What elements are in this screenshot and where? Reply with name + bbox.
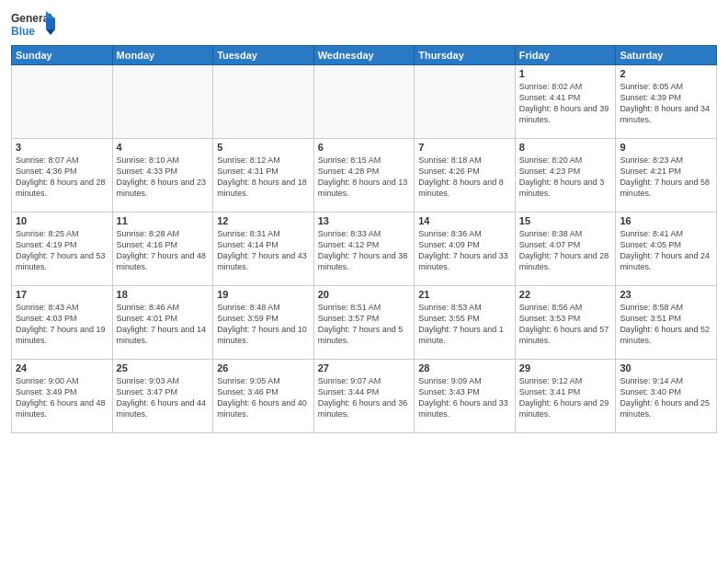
day-number: 17	[16, 289, 108, 300]
weekday-header-thursday: Thursday	[415, 46, 516, 65]
day-info: Sunrise: 8:15 AM Sunset: 4:28 PM Dayligh…	[318, 155, 411, 200]
day-info: Sunrise: 8:18 AM Sunset: 4:26 PM Dayligh…	[418, 155, 511, 200]
day-info: Sunrise: 8:36 AM Sunset: 4:09 PM Dayligh…	[418, 228, 511, 273]
day-info: Sunrise: 8:25 AM Sunset: 4:19 PM Dayligh…	[16, 228, 108, 273]
calendar-cell: 28Sunrise: 9:09 AM Sunset: 3:43 PM Dayli…	[415, 360, 516, 433]
day-info: Sunrise: 8:28 AM Sunset: 4:16 PM Dayligh…	[117, 228, 210, 273]
day-number: 11	[117, 215, 210, 226]
calendar-cell: 21Sunrise: 8:53 AM Sunset: 3:55 PM Dayli…	[415, 286, 516, 360]
day-number: 28	[418, 362, 511, 373]
day-info: Sunrise: 8:48 AM Sunset: 3:59 PM Dayligh…	[217, 302, 310, 347]
svg-marker-4	[46, 29, 55, 35]
day-info: Sunrise: 9:07 AM Sunset: 3:44 PM Dayligh…	[318, 375, 411, 420]
day-number: 9	[620, 142, 712, 153]
day-number: 10	[16, 215, 108, 226]
day-number: 3	[16, 142, 108, 153]
weekday-header-tuesday: Tuesday	[213, 46, 314, 65]
day-number: 30	[620, 362, 712, 373]
day-info: Sunrise: 9:14 AM Sunset: 3:40 PM Dayligh…	[620, 375, 712, 420]
calendar-cell: 29Sunrise: 9:12 AM Sunset: 3:41 PM Dayli…	[515, 360, 616, 433]
calendar-cell: 17Sunrise: 8:43 AM Sunset: 4:03 PM Dayli…	[12, 286, 113, 360]
day-number: 23	[620, 289, 712, 300]
calendar-cell	[112, 65, 213, 139]
calendar-cell: 19Sunrise: 8:48 AM Sunset: 3:59 PM Dayli…	[213, 286, 314, 360]
day-number: 4	[117, 142, 210, 153]
day-number: 18	[117, 289, 210, 300]
day-number: 14	[418, 215, 511, 226]
calendar-cell	[12, 65, 113, 139]
day-info: Sunrise: 8:20 AM Sunset: 4:23 PM Dayligh…	[519, 155, 612, 200]
svg-text:Blue: Blue	[11, 25, 35, 38]
week-row-1: 1Sunrise: 8:02 AM Sunset: 4:41 PM Daylig…	[12, 65, 717, 139]
day-info: Sunrise: 8:10 AM Sunset: 4:33 PM Dayligh…	[117, 155, 210, 200]
day-info: Sunrise: 9:12 AM Sunset: 3:41 PM Dayligh…	[519, 375, 612, 420]
day-number: 1	[519, 68, 612, 79]
day-number: 16	[620, 215, 712, 226]
calendar-cell: 10Sunrise: 8:25 AM Sunset: 4:19 PM Dayli…	[12, 213, 113, 286]
calendar-cell: 8Sunrise: 8:20 AM Sunset: 4:23 PM Daylig…	[515, 139, 616, 213]
day-info: Sunrise: 9:00 AM Sunset: 3:49 PM Dayligh…	[16, 375, 108, 420]
calendar-cell: 20Sunrise: 8:51 AM Sunset: 3:57 PM Dayli…	[313, 286, 415, 360]
day-info: Sunrise: 9:05 AM Sunset: 3:46 PM Dayligh…	[217, 375, 310, 420]
weekday-header-wednesday: Wednesday	[313, 46, 415, 65]
day-info: Sunrise: 8:38 AM Sunset: 4:07 PM Dayligh…	[519, 228, 612, 273]
day-number: 26	[217, 362, 310, 373]
svg-marker-3	[46, 18, 55, 29]
calendar-cell	[313, 65, 415, 139]
day-info: Sunrise: 8:53 AM Sunset: 3:55 PM Dayligh…	[418, 302, 511, 347]
day-number: 15	[519, 215, 612, 226]
calendar-cell: 16Sunrise: 8:41 AM Sunset: 4:05 PM Dayli…	[616, 213, 717, 286]
day-number: 29	[519, 362, 612, 373]
calendar-table: SundayMondayTuesdayWednesdayThursdayFrid…	[11, 45, 717, 433]
day-info: Sunrise: 8:58 AM Sunset: 3:51 PM Dayligh…	[620, 302, 712, 347]
day-info: Sunrise: 8:46 AM Sunset: 4:01 PM Dayligh…	[117, 302, 210, 347]
day-info: Sunrise: 8:31 AM Sunset: 4:14 PM Dayligh…	[217, 228, 310, 273]
day-info: Sunrise: 8:05 AM Sunset: 4:39 PM Dayligh…	[620, 81, 712, 126]
calendar-cell: 6Sunrise: 8:15 AM Sunset: 4:28 PM Daylig…	[313, 139, 415, 213]
day-info: Sunrise: 8:02 AM Sunset: 4:41 PM Dayligh…	[519, 81, 612, 126]
calendar-cell: 12Sunrise: 8:31 AM Sunset: 4:14 PM Dayli…	[213, 213, 314, 286]
calendar-cell: 27Sunrise: 9:07 AM Sunset: 3:44 PM Dayli…	[313, 360, 415, 433]
calendar-cell	[213, 65, 314, 139]
day-number: 21	[418, 289, 511, 300]
day-number: 12	[217, 215, 310, 226]
calendar-cell: 14Sunrise: 8:36 AM Sunset: 4:09 PM Dayli…	[415, 213, 516, 286]
day-info: Sunrise: 8:07 AM Sunset: 4:36 PM Dayligh…	[16, 155, 108, 200]
week-row-4: 17Sunrise: 8:43 AM Sunset: 4:03 PM Dayli…	[12, 286, 717, 360]
day-info: Sunrise: 8:41 AM Sunset: 4:05 PM Dayligh…	[620, 228, 712, 273]
day-number: 2	[620, 68, 712, 79]
calendar-cell: 30Sunrise: 9:14 AM Sunset: 3:40 PM Dayli…	[616, 360, 717, 433]
calendar-cell: 4Sunrise: 8:10 AM Sunset: 4:33 PM Daylig…	[112, 139, 213, 213]
calendar-cell: 3Sunrise: 8:07 AM Sunset: 4:36 PM Daylig…	[12, 139, 113, 213]
weekday-header-friday: Friday	[515, 46, 616, 65]
day-info: Sunrise: 8:43 AM Sunset: 4:03 PM Dayligh…	[16, 302, 108, 347]
calendar-cell: 22Sunrise: 8:56 AM Sunset: 3:53 PM Dayli…	[515, 286, 616, 360]
calendar-cell: 24Sunrise: 9:00 AM Sunset: 3:49 PM Dayli…	[12, 360, 113, 433]
day-info: Sunrise: 9:03 AM Sunset: 3:47 PM Dayligh…	[117, 375, 210, 420]
day-number: 13	[318, 215, 411, 226]
svg-text:General: General	[11, 12, 52, 25]
day-number: 5	[217, 142, 310, 153]
day-info: Sunrise: 8:51 AM Sunset: 3:57 PM Dayligh…	[318, 302, 411, 347]
day-number: 24	[16, 362, 108, 373]
day-number: 25	[117, 362, 210, 373]
week-row-3: 10Sunrise: 8:25 AM Sunset: 4:19 PM Dayli…	[12, 213, 717, 286]
day-number: 20	[318, 289, 411, 300]
day-number: 6	[318, 142, 411, 153]
day-number: 7	[418, 142, 511, 153]
calendar-cell: 5Sunrise: 8:12 AM Sunset: 4:31 PM Daylig…	[213, 139, 314, 213]
weekday-header-monday: Monday	[112, 46, 213, 65]
weekday-row: SundayMondayTuesdayWednesdayThursdayFrid…	[12, 46, 717, 65]
day-info: Sunrise: 8:56 AM Sunset: 3:53 PM Dayligh…	[519, 302, 612, 347]
calendar-cell	[415, 65, 516, 139]
page-header: GeneralBlue	[11, 9, 717, 41]
day-number: 22	[519, 289, 612, 300]
calendar-cell: 11Sunrise: 8:28 AM Sunset: 4:16 PM Dayli…	[112, 213, 213, 286]
day-number: 8	[519, 142, 612, 153]
calendar-cell: 2Sunrise: 8:05 AM Sunset: 4:39 PM Daylig…	[616, 65, 717, 139]
day-info: Sunrise: 8:33 AM Sunset: 4:12 PM Dayligh…	[318, 228, 411, 273]
weekday-header-sunday: Sunday	[12, 46, 113, 65]
calendar-cell: 7Sunrise: 8:18 AM Sunset: 4:26 PM Daylig…	[415, 139, 516, 213]
calendar-header: SundayMondayTuesdayWednesdayThursdayFrid…	[12, 46, 717, 65]
day-number: 19	[217, 289, 310, 300]
